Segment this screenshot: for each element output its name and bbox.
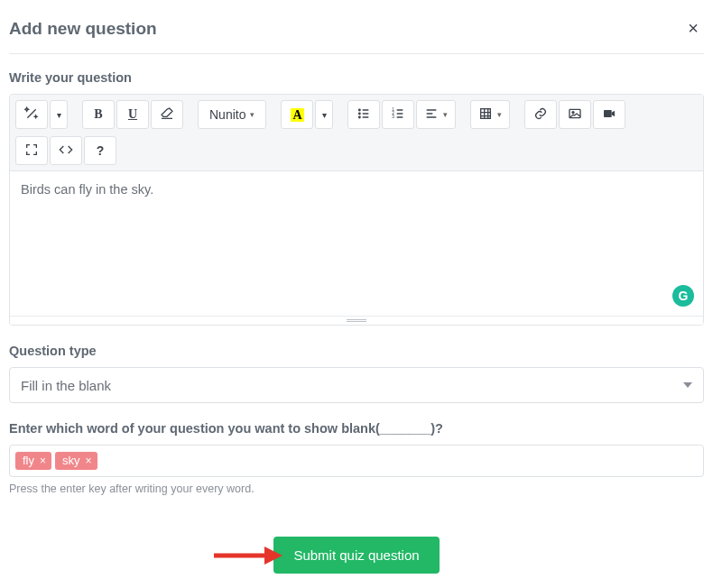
chevron-down-icon: [683, 382, 692, 388]
fullscreen-icon: [24, 142, 39, 160]
align-icon: [424, 106, 439, 124]
blanks-help-text: Press the enter key after writing your e…: [9, 482, 704, 495]
font-family-select[interactable]: Nunito ▾: [198, 100, 266, 129]
caret-down-icon: ▾: [497, 110, 502, 119]
question-type-select[interactable]: Fill in the blank: [9, 367, 704, 403]
annotation-arrow-icon: [212, 543, 284, 568]
ordered-list-icon: 123: [391, 106, 405, 124]
question-text: Birds can fly in the sky.: [21, 182, 153, 197]
blanks-section: Enter which word of your question you wa…: [9, 421, 704, 495]
text-highlight-button[interactable]: A: [281, 100, 313, 129]
svg-rect-22: [604, 110, 612, 117]
highlight-icon: A: [291, 108, 304, 122]
table-icon: [478, 106, 493, 124]
ordered-list-button[interactable]: 123: [382, 100, 414, 129]
caret-down-icon: ▾: [443, 110, 448, 119]
editor-resize-handle[interactable]: [10, 316, 703, 325]
unordered-list-icon: [356, 106, 371, 124]
font-family-label: Nunito: [209, 107, 245, 122]
question-label: Write your question: [9, 70, 704, 85]
paragraph-align-button[interactable]: ▾: [416, 100, 456, 129]
magic-wand-dropdown[interactable]: ▾: [50, 100, 68, 129]
code-icon: [59, 142, 73, 160]
eraser-icon: [160, 106, 174, 124]
caret-down-icon: ▾: [57, 110, 61, 120]
submit-quiz-question-button[interactable]: Submit quiz question: [273, 537, 439, 574]
question-type-value: Fill in the blank: [21, 378, 111, 393]
editor-toolbar: ▾ B U Nunito ▾: [10, 95, 703, 171]
tag-text: fly: [23, 454, 34, 467]
help-button[interactable]: ?: [84, 136, 116, 165]
link-icon: [533, 106, 548, 124]
add-question-modal: Add new question × Write your question ▾: [0, 0, 713, 588]
question-type-label: Question type: [9, 344, 704, 358]
text-highlight-dropdown[interactable]: ▾: [315, 100, 333, 129]
question-section: Write your question ▾ B U: [9, 70, 704, 326]
grammarly-badge[interactable]: G: [672, 285, 694, 307]
editor-content[interactable]: Birds can fly in the sky. G: [10, 171, 703, 316]
caret-down-icon: ▾: [250, 110, 255, 119]
submit-row: Submit quiz question: [9, 537, 704, 574]
svg-point-0: [359, 109, 361, 111]
blank-tag[interactable]: sky ×: [55, 452, 97, 470]
bold-button[interactable]: B: [82, 100, 115, 129]
code-view-button[interactable]: [50, 136, 82, 165]
video-icon: [602, 106, 616, 124]
rich-text-editor: ▾ B U Nunito ▾: [9, 94, 704, 326]
image-icon: [568, 106, 582, 124]
unordered-list-button[interactable]: [347, 100, 380, 129]
modal-header: Add new question ×: [9, 9, 704, 54]
close-button[interactable]: ×: [682, 18, 704, 39]
video-button[interactable]: [593, 100, 625, 129]
tag-remove-icon[interactable]: ×: [40, 455, 46, 467]
underline-button[interactable]: U: [116, 100, 149, 129]
eraser-button[interactable]: [151, 100, 183, 129]
blank-tag[interactable]: fly ×: [15, 452, 51, 470]
link-button[interactable]: [524, 100, 557, 129]
magic-wand-button[interactable]: [15, 100, 48, 129]
svg-marker-24: [264, 547, 282, 565]
svg-text:3: 3: [393, 115, 395, 119]
svg-point-1: [359, 113, 361, 115]
tag-remove-icon[interactable]: ×: [86, 455, 92, 467]
fullscreen-button[interactable]: [15, 136, 48, 165]
svg-rect-15: [481, 108, 491, 118]
magic-wand-icon: [24, 106, 39, 124]
blanks-label: Enter which word of your question you wa…: [9, 421, 704, 436]
caret-down-icon: ▾: [322, 110, 327, 120]
tag-text: sky: [62, 454, 80, 467]
svg-point-2: [359, 116, 361, 118]
blanks-tag-input[interactable]: fly × sky ×: [9, 445, 704, 477]
modal-title: Add new question: [9, 19, 157, 39]
grammarly-icon: G: [679, 289, 689, 303]
question-type-section: Question type Fill in the blank: [9, 344, 704, 403]
table-button[interactable]: ▾: [470, 100, 510, 129]
image-button[interactable]: [559, 100, 591, 129]
svg-point-21: [572, 111, 574, 113]
